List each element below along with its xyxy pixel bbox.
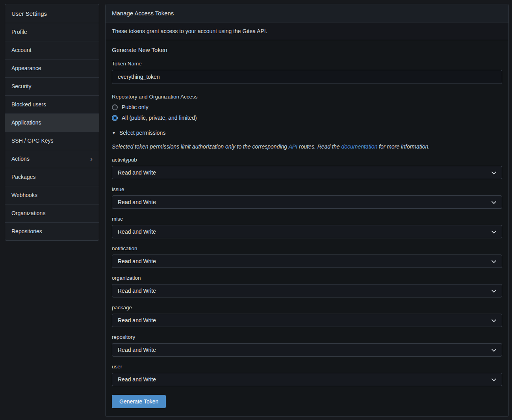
sidebar-item-actions[interactable]: Actions› xyxy=(5,150,99,168)
sidebar-item-label: Webhooks xyxy=(11,191,37,199)
permission-name: misc xyxy=(112,216,502,222)
sidebar-item-repositories[interactable]: Repositories xyxy=(5,222,99,240)
selected-option-label: Read and Write xyxy=(118,288,156,294)
panel-title: Manage Access Tokens xyxy=(106,4,508,22)
permission-group-organization: organizationRead and Write xyxy=(112,275,502,297)
sidebar-item-webhooks[interactable]: Webhooks xyxy=(5,186,99,204)
permission-name: activitypub xyxy=(112,157,502,163)
chevron-down-icon xyxy=(491,171,497,175)
permission-select-package[interactable]: Read and Write xyxy=(112,314,502,327)
chevron-right-icon: › xyxy=(90,156,93,162)
sidebar-item-packages[interactable]: Packages xyxy=(5,168,99,186)
sidebar-item-label: Applications xyxy=(11,119,41,126)
chevron-down-icon xyxy=(491,259,497,264)
selected-option-label: Read and Write xyxy=(118,317,156,323)
permission-select-repository[interactable]: Read and Write xyxy=(112,343,502,357)
tokens-description: These tokens grant access to your accoun… xyxy=(106,22,508,40)
manage-tokens-panel: Manage Access Tokens These tokens grant … xyxy=(105,4,509,417)
sidebar-item-appearance[interactable]: Appearance xyxy=(5,59,99,77)
sidebar-item-label: Appearance xyxy=(11,65,41,72)
api-link[interactable]: API xyxy=(289,143,298,150)
chevron-down-icon xyxy=(491,200,497,205)
permissions-note: Selected token permissions limit authori… xyxy=(112,143,502,150)
chevron-down-icon xyxy=(491,348,497,353)
permission-group-issue: issueRead and Write xyxy=(112,186,502,209)
generate-token-form: Generate New Token Token Name Repository… xyxy=(106,40,508,416)
selected-option-label: Read and Write xyxy=(118,347,156,353)
selected-option-label: Read and Write xyxy=(118,229,156,235)
sidebar-item-label: Account xyxy=(11,46,32,54)
access-section-label: Repository and Organization Access xyxy=(112,94,502,100)
sidebar-item-label: Actions xyxy=(11,155,30,163)
chevron-down-icon xyxy=(491,377,497,382)
sidebar-item-applications[interactable]: Applications xyxy=(5,113,99,132)
sidebar-item-label: SSH / GPG Keys xyxy=(11,137,54,145)
permission-name: notification xyxy=(112,245,502,251)
sidebar-item-label: Profile xyxy=(11,28,27,36)
sidebar-item-ssh-gpg-keys[interactable]: SSH / GPG Keys xyxy=(5,132,99,150)
permission-name: repository xyxy=(112,334,502,340)
radio-label: Public only xyxy=(122,104,148,110)
access-radio-group: Public onlyAll (public, private, and lim… xyxy=(112,104,502,121)
note-text: Selected token permissions limit authori… xyxy=(112,143,289,150)
radio-selected-icon[interactable] xyxy=(112,115,118,121)
permission-group-activitypub: activitypubRead and Write xyxy=(112,157,502,179)
token-name-input[interactable] xyxy=(112,70,502,84)
permission-select-organization[interactable]: Read and Write xyxy=(112,284,502,297)
sidebar-item-profile[interactable]: Profile xyxy=(5,23,99,41)
permission-select-issue[interactable]: Read and Write xyxy=(112,195,502,209)
permission-name: issue xyxy=(112,186,502,192)
sidebar-nav: ProfileAccountAppearanceSecurityBlocked … xyxy=(5,23,99,240)
permission-group-misc: miscRead and Write xyxy=(112,216,502,238)
generate-token-button[interactable]: Generate Token xyxy=(112,395,166,408)
sidebar-item-label: Packages xyxy=(11,173,35,181)
sidebar-item-label: Security xyxy=(11,83,32,90)
sidebar-item-security[interactable]: Security xyxy=(5,77,99,95)
selected-option-label: Read and Write xyxy=(118,258,156,264)
radio-label: All (public, private, and limited) xyxy=(122,115,197,121)
permission-group-notification: notificationRead and Write xyxy=(112,245,502,268)
settings-sidebar: User Settings ProfileAccountAppearanceSe… xyxy=(5,4,99,241)
permission-group-user: userRead and Write xyxy=(112,364,502,386)
note-text: routes. Read the xyxy=(297,143,341,150)
permission-name: organization xyxy=(112,275,502,281)
documentation-link[interactable]: documentation xyxy=(341,143,377,150)
token-name-label: Token Name xyxy=(112,61,502,67)
permission-group-repository: repositoryRead and Write xyxy=(112,334,502,357)
chevron-down-icon xyxy=(491,318,497,323)
sidebar-item-organizations[interactable]: Organizations xyxy=(5,204,99,222)
note-text: for more information. xyxy=(377,143,430,150)
permission-select-activitypub[interactable]: Read and Write xyxy=(112,166,502,179)
selected-option-label: Read and Write xyxy=(118,199,156,205)
sidebar-item-label: Organizations xyxy=(11,210,45,217)
permission-selects: activitypubRead and WriteissueRead and W… xyxy=(112,157,502,386)
access-radio-public-only[interactable]: Public only xyxy=(112,104,502,111)
chevron-down-icon xyxy=(491,230,497,234)
sidebar-item-label: Blocked users xyxy=(11,101,46,108)
sidebar-item-account[interactable]: Account xyxy=(5,41,99,59)
permission-select-notification[interactable]: Read and Write xyxy=(112,255,502,268)
chevron-down-icon xyxy=(491,289,497,294)
selected-option-label: Read and Write xyxy=(118,376,156,383)
sidebar-title: User Settings xyxy=(5,4,99,23)
permission-select-misc[interactable]: Read and Write xyxy=(112,225,502,238)
triangle-down-icon: ▼ xyxy=(112,131,116,135)
access-radio-all-public-private-and-limited[interactable]: All (public, private, and limited) xyxy=(112,114,502,121)
radio-unselected-icon[interactable] xyxy=(112,104,118,110)
sidebar-item-label: Repositories xyxy=(11,228,42,235)
form-heading: Generate New Token xyxy=(112,46,502,53)
permission-select-user[interactable]: Read and Write xyxy=(112,373,502,386)
sidebar-item-blocked-users[interactable]: Blocked users xyxy=(5,95,99,113)
permission-name: package xyxy=(112,305,502,310)
select-permissions-label: Select permissions xyxy=(119,130,166,136)
select-permissions-toggle[interactable]: ▼ Select permissions xyxy=(112,130,502,136)
permission-name: user xyxy=(112,364,502,370)
selected-option-label: Read and Write xyxy=(118,169,156,176)
permission-group-package: packageRead and Write xyxy=(112,305,502,327)
